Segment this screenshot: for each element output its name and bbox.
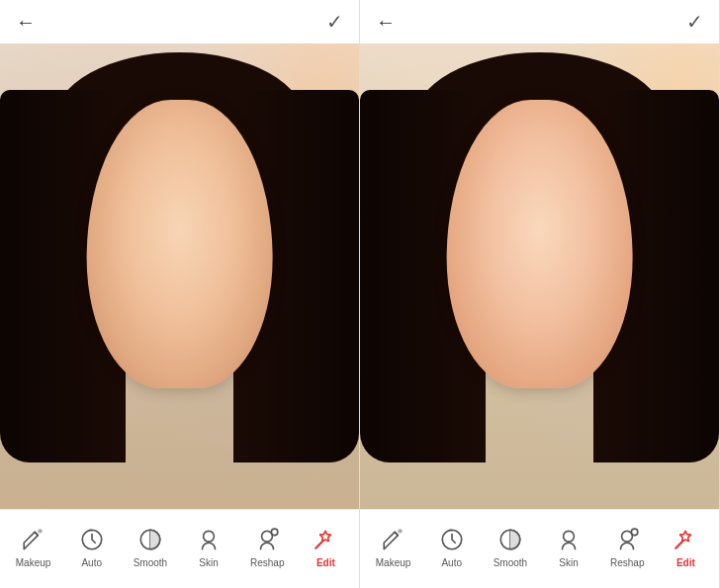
- right-bottom-bar: Makeup Auto Smooth: [360, 509, 719, 588]
- right-auto-label: Auto: [441, 557, 462, 568]
- right-top-bar: ← ✓: [360, 0, 719, 43]
- left-confirm-button[interactable]: ✓: [326, 10, 343, 34]
- right-edit-label: Edit: [676, 557, 695, 568]
- left-tool-auto[interactable]: Auto: [66, 526, 118, 568]
- right-makeup-label: Makeup: [376, 557, 411, 568]
- left-makeup-label: Makeup: [16, 557, 51, 568]
- left-auto-label: Auto: [81, 557, 102, 568]
- left-back-button[interactable]: ←: [16, 12, 36, 32]
- right-tool-auto[interactable]: Auto: [426, 526, 478, 568]
- svg-point-0: [38, 529, 42, 533]
- left-tool-edit[interactable]: Edit: [300, 526, 351, 568]
- left-tool-makeup[interactable]: Makeup: [8, 526, 59, 568]
- left-top-bar: ← ✓: [0, 0, 359, 43]
- right-tool-smooth[interactable]: Smooth: [485, 526, 536, 568]
- right-confirm-button[interactable]: ✓: [686, 10, 703, 34]
- svg-point-4: [204, 531, 215, 542]
- right-skin-icon: [555, 526, 583, 553]
- right-tool-skin[interactable]: Skin: [543, 526, 594, 568]
- left-edit-icon: [312, 526, 339, 553]
- right-smooth-icon: [496, 526, 524, 553]
- svg-line-15: [676, 541, 684, 548]
- right-reshape-icon: [613, 526, 641, 553]
- right-tool-edit[interactable]: Edit: [660, 526, 711, 568]
- right-back-button[interactable]: ←: [376, 12, 396, 32]
- left-edit-label: Edit: [316, 557, 335, 568]
- left-tool-skin[interactable]: Skin: [183, 526, 234, 568]
- left-auto-icon: [78, 526, 106, 553]
- right-skin-label: Skin: [559, 557, 578, 568]
- left-smooth-icon: [136, 526, 164, 553]
- left-bottom-bar: Makeup Auto Smooth: [0, 509, 359, 588]
- left-panel: ← ✓ Makeup: [0, 0, 360, 588]
- right-makeup-icon: [380, 526, 407, 553]
- svg-line-7: [316, 541, 324, 548]
- left-tool-smooth[interactable]: Smooth: [125, 526, 176, 568]
- svg-point-14: [632, 529, 639, 536]
- left-smooth-label: Smooth: [134, 557, 167, 568]
- left-reshape-label: Reshap: [250, 557, 284, 568]
- left-tool-reshape[interactable]: Reshap: [241, 526, 293, 568]
- left-makeup-icon: [20, 526, 47, 553]
- left-skin-label: Skin: [199, 557, 218, 568]
- svg-point-12: [564, 531, 575, 542]
- svg-point-8: [398, 529, 402, 533]
- right-reshape-label: Reshap: [610, 557, 644, 568]
- right-tool-makeup[interactable]: Makeup: [368, 526, 419, 568]
- right-tool-reshape[interactable]: Reshap: [601, 526, 653, 568]
- left-image-container: [0, 43, 359, 509]
- right-face: [446, 100, 633, 388]
- svg-point-6: [272, 529, 279, 536]
- right-auto-icon: [438, 526, 466, 553]
- left-skin-icon: [195, 526, 223, 553]
- right-smooth-label: Smooth: [494, 557, 527, 568]
- right-panel: ← ✓ Makeup: [360, 0, 720, 588]
- right-image-container: [360, 43, 719, 509]
- left-reshape-icon: [253, 526, 281, 553]
- right-edit-icon: [672, 526, 699, 553]
- left-face: [86, 100, 273, 388]
